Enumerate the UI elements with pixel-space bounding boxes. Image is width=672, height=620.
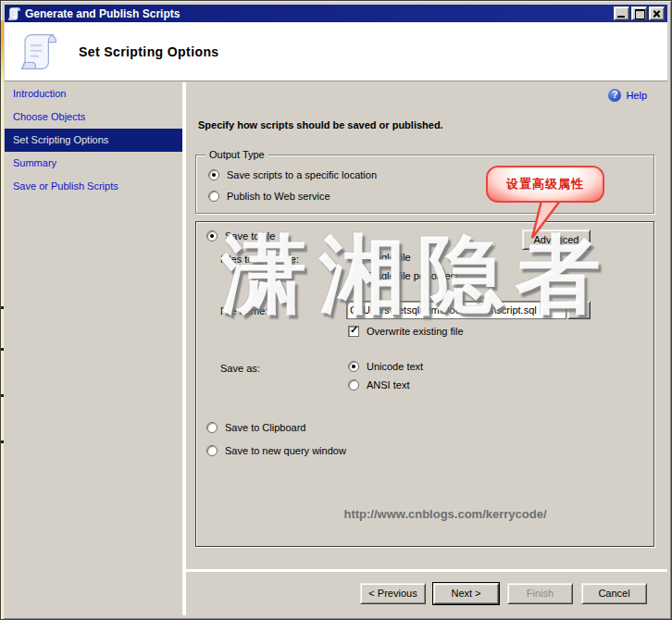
checkbox-icon[interactable] [348,326,359,337]
checkbox-overwrite-existing[interactable]: Overwrite existing file [348,326,464,337]
radio-save-scripts-location[interactable]: Save scripts to a specific location [208,169,377,180]
sidebar-item-summary[interactable]: Summary [5,152,182,175]
radio-label: Save scripts to a specific location [227,169,377,180]
maximize-icon[interactable] [631,6,647,20]
title-bar: Generate and Publish Scripts [5,5,667,22]
radio-single-file-per-object[interactable]: Single file per object [348,270,458,281]
radio-label: Save to Clipboard [225,422,305,433]
radio-icon[interactable] [348,252,359,263]
sidebar-item-save-or-publish[interactable]: Save or Publish Scripts [5,175,182,198]
next-button[interactable]: Next > [433,583,499,604]
sidebar-item-introduction[interactable]: Introduction [5,82,182,105]
background-window-edge-marks [1,306,4,309]
wizard-header: Set Scripting Options [5,22,667,81]
window-title: Generate and Publish Scripts [25,7,180,20]
previous-button[interactable]: < Previous [360,583,426,604]
radio-label: ANSI text [367,379,409,391]
radio-label: Single file [367,252,411,263]
scroll-icon [7,6,21,21]
checkbox-label: Overwrite existing file [367,326,464,337]
scroll-icon-large [19,31,58,73]
radio-label: Publish to Web service [227,191,330,202]
cancel-button[interactable]: Cancel [581,583,647,604]
radio-save-to-query-window[interactable]: Save to new query window [206,445,346,456]
radio-save-to-clipboard[interactable]: Save to Clipboard [206,422,305,433]
callout-text: 设置高级属性 [506,176,584,192]
sidebar-item-choose-objects[interactable]: Choose Objects [5,105,182,129]
output-type-legend: Output Type [205,149,268,160]
file-name-input[interactable] [346,301,566,319]
radio-label: Save to file [225,230,275,242]
file-name-label: File name: [220,305,268,316]
help-icon: ? [608,89,621,102]
wizard-window: Generate and Publish Scripts Set Scripti… [0,0,672,620]
wizard-steps-sidebar: Introduction Choose Objects Set Scriptin… [5,82,182,615]
save-as-label: Save as: [220,363,260,374]
radio-label: Save to new query window [225,445,346,456]
radio-icon[interactable] [208,169,219,180]
page-instruction: Specify how scripts should be saved or p… [198,119,443,130]
radio-publish-web-service[interactable]: Publish to Web service [208,191,330,202]
horizontal-divider [186,569,667,572]
radio-icon[interactable] [348,361,359,372]
radio-icon[interactable] [206,445,218,456]
page-title: Set Scripting Options [79,44,219,59]
radio-icon[interactable] [206,422,218,433]
callout-tail [512,199,567,240]
minimize-icon[interactable] [614,6,629,20]
radio-icon[interactable] [208,191,219,202]
radio-ansi-text[interactable]: ANSI text [348,379,409,391]
sidebar-item-set-scripting-options[interactable]: Set Scripting Options [5,129,182,152]
callout-balloon: 设置高级属性 [486,166,604,203]
radio-label: Unicode text [367,361,423,372]
radio-icon[interactable] [348,379,359,391]
help-link[interactable]: ? Help [608,89,647,102]
radio-unicode-text[interactable]: Unicode text [348,361,423,372]
help-label: Help [626,90,647,101]
background-window-edge [1,20,4,619]
radio-single-file[interactable]: Single file [348,252,411,263]
finish-button: Finish [507,583,573,604]
browse-button[interactable]: ... [567,301,591,319]
radio-label: Single file per object [367,270,458,281]
radio-icon[interactable] [206,230,218,242]
radio-icon[interactable] [348,270,359,281]
radio-save-to-file[interactable]: Save to file [206,230,275,242]
close-icon[interactable] [649,6,665,20]
files-to-generate-label: Files to generate: [220,254,299,265]
